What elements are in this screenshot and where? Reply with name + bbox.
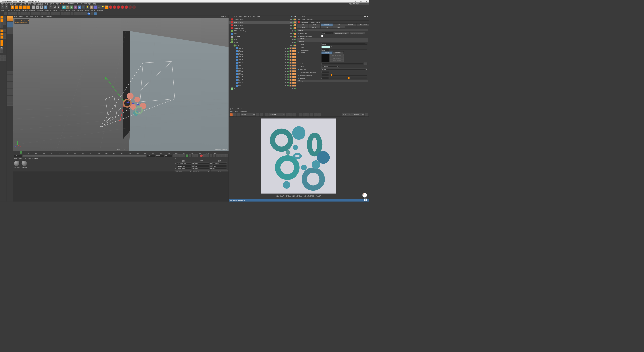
sicon-1[interactable] — [4, 12, 7, 15]
vis-editor-dot[interactable] — [290, 22, 291, 23]
generator-icon[interactable]: ◉ — [70, 5, 73, 9]
menu-select[interactable]: 选择 — [14, 3, 17, 5]
tag-icon[interactable] — [292, 70, 294, 72]
attr-menu-edit[interactable]: 编辑 — [302, 18, 305, 20]
rv-canvas[interactable]: 微信公众号：野鹿志 微博：野鹿志 作者：马鹿野郎 (0.13s) — [229, 117, 369, 199]
lt-axis1[interactable] — [0, 40, 3, 43]
floor-icon[interactable]: ▦ — [90, 5, 93, 9]
object-item[interactable]: 球体.2 — [229, 58, 297, 61]
sicon-24[interactable] — [80, 12, 83, 15]
psr-icon[interactable]: PSR — [105, 5, 109, 9]
lt-c2[interactable] — [3, 33, 6, 35]
field-formula[interactable]: 公式域 — [91, 10, 95, 12]
vis-render-dot[interactable] — [287, 54, 288, 55]
object-item[interactable]: 球体.1 — [229, 61, 297, 64]
vis-editor-dot[interactable] — [285, 62, 286, 63]
tag-icon[interactable] — [292, 82, 294, 84]
obj-menu-view[interactable]: 查看 — [244, 16, 246, 18]
x-axis-icon[interactable]: X — [32, 5, 35, 9]
spline-pen-icon[interactable]: ✎ — [66, 5, 70, 9]
z-axis-icon[interactable]: Z — [40, 5, 43, 9]
sicon-12[interactable] — [41, 12, 44, 15]
vis-editor-dot[interactable] — [285, 71, 286, 72]
sicon-19[interactable] — [64, 12, 67, 15]
vis-editor-dot[interactable] — [292, 88, 293, 89]
filter-icon[interactable]: ▾ — [295, 16, 296, 17]
vis-editor-dot[interactable] — [285, 51, 286, 52]
vis-editor-dot[interactable] — [285, 65, 286, 66]
sicon-8[interactable] — [27, 12, 30, 15]
field-python[interactable]: Python域 — [97, 10, 103, 12]
menu-pipeline[interactable]: 流水线 — [50, 3, 54, 5]
mat-menu-create[interactable]: 创建 — [14, 158, 17, 159]
vis-editor-dot[interactable] — [285, 82, 286, 83]
enable-dot[interactable] — [288, 51, 289, 52]
lt-b2[interactable] — [3, 19, 6, 22]
enable-dot[interactable] — [288, 74, 289, 75]
size-field[interactable] — [194, 165, 209, 167]
tab-target[interactable]: 目标 — [333, 26, 345, 29]
tag-icon[interactable] — [292, 85, 294, 87]
vis-render-dot[interactable] — [291, 25, 292, 26]
ime-badge-icon[interactable]: 英 — [364, 199, 367, 201]
rs-btn-4[interactable] — [121, 5, 124, 9]
rv-bucket-icon[interactable] — [293, 113, 296, 116]
enable-dot[interactable] — [293, 25, 294, 26]
object-item[interactable]: 球体.6 — [229, 47, 297, 50]
minimize-button[interactable]: — — [354, 1, 357, 2]
vis-render-dot[interactable] — [291, 27, 292, 29]
next-key-icon[interactable] — [192, 154, 194, 157]
rv-copy-icon[interactable] — [314, 113, 317, 116]
tab-coord[interactable]: 坐标 — [309, 23, 321, 26]
select-tool-icon[interactable]: ✥ — [11, 5, 14, 9]
mat-menu-function[interactable]: 功能 — [23, 158, 26, 159]
tag-icon[interactable] — [292, 53, 294, 55]
coord-system-icon[interactable]: ⊞ — [44, 5, 47, 9]
attr-lock-icon[interactable]: ⬆ — [367, 16, 368, 17]
layer-select[interactable]: < Default > — [321, 66, 339, 68]
rv-grid-icon[interactable] — [289, 113, 293, 116]
sicon-10[interactable] — [34, 12, 37, 15]
vis-render-dot[interactable] — [293, 39, 295, 40]
intensity-field[interactable] — [321, 74, 329, 76]
object-item[interactable]: 球体.5 — [229, 50, 297, 53]
sicon-23[interactable] — [77, 12, 80, 15]
vis-editor-dot[interactable] — [285, 56, 286, 58]
tag-icon[interactable] — [294, 70, 296, 72]
object-item[interactable]: -组合面 — [229, 41, 297, 44]
end-frame-dup[interactable] — [156, 155, 164, 157]
tag-icon[interactable] — [289, 70, 291, 72]
section-preview[interactable]: ▸ Preview — [297, 38, 368, 40]
object-item[interactable]: 圆环.2 — [229, 78, 297, 81]
tag-icon[interactable] — [294, 73, 296, 75]
vis-render-dot[interactable] — [287, 59, 288, 61]
enable-dot[interactable] — [288, 85, 289, 86]
rv-saveall-icon[interactable] — [310, 113, 313, 116]
deformer-icon[interactable]: ◈ — [74, 5, 77, 9]
cube-primitive-icon[interactable]: ◧ — [62, 5, 66, 9]
enable-dot[interactable] — [288, 56, 289, 58]
tag-icon[interactable] — [294, 85, 296, 87]
vis-render-dot[interactable] — [291, 22, 292, 23]
blend-obj-checkbox[interactable] — [321, 35, 323, 37]
tag-icon[interactable] — [289, 47, 291, 49]
tag-icon[interactable] — [289, 50, 291, 52]
sicon-20[interactable] — [67, 12, 70, 15]
next-frame-icon[interactable] — [189, 154, 191, 157]
sicon-4[interactable] — [14, 12, 17, 15]
tag-icon[interactable] — [292, 76, 294, 78]
menu-edit[interactable]: 编辑 — [5, 3, 8, 5]
palette-1[interactable] — [7, 16, 13, 21]
tag-icon[interactable] — [294, 18, 296, 20]
menu-tools[interactable]: 工具 — [19, 3, 22, 5]
sicon-25[interactable] — [84, 12, 87, 15]
lt-q2[interactable] — [3, 55, 6, 57]
tag-icon[interactable] — [292, 79, 294, 81]
rv-save-icon[interactable] — [306, 113, 310, 116]
vis-render-dot[interactable] — [287, 68, 288, 69]
lt-points[interactable] — [0, 29, 3, 32]
undo-icon[interactable]: ↶ — [1, 5, 4, 9]
enable-dot[interactable] — [293, 19, 294, 20]
vis-editor-dot[interactable] — [285, 74, 286, 75]
pos-field[interactable] — [177, 165, 191, 167]
